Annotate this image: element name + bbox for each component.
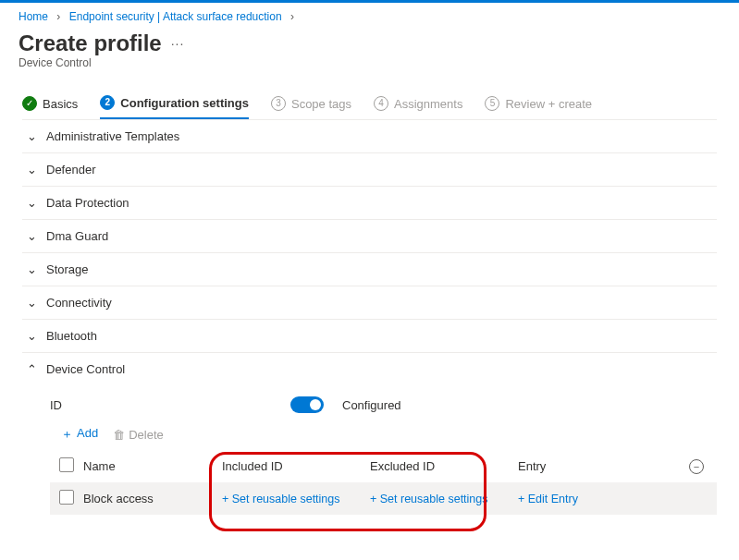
chevron-down-icon: ⌄ bbox=[26, 229, 37, 243]
section-label: Data Protection bbox=[46, 196, 129, 210]
section-label: Dma Guard bbox=[46, 229, 108, 243]
tab-scope-tags[interactable]: 3 Scope tags bbox=[271, 96, 351, 118]
col-entry: Entry bbox=[518, 459, 629, 473]
tab-label: Configuration settings bbox=[120, 96, 249, 110]
step-number-icon: 2 bbox=[100, 95, 115, 110]
col-included-id: Included ID bbox=[222, 459, 370, 473]
grid-row-block-access: Block access + Set reusable settings + S… bbox=[50, 482, 717, 515]
plus-icon: ＋ bbox=[61, 426, 73, 443]
chevron-down-icon: ⌄ bbox=[26, 196, 37, 210]
device-control-body: ID Configured ＋ Add 🗑 Delete Name Includ… bbox=[22, 385, 717, 515]
section-dma-guard[interactable]: ⌄ Dma Guard bbox=[22, 219, 717, 252]
tab-label: Assignments bbox=[394, 97, 462, 111]
section-storage[interactable]: ⌄ Storage bbox=[22, 252, 717, 286]
grid-header: Name Included ID Excluded ID Entry − bbox=[50, 450, 717, 482]
page-title: Create profile bbox=[18, 30, 162, 56]
page-subtitle: Device Control bbox=[0, 56, 739, 88]
section-label: Storage bbox=[46, 262, 89, 276]
remove-row-icon[interactable]: − bbox=[689, 459, 704, 474]
row-name: Block access bbox=[83, 492, 222, 505]
section-defender[interactable]: ⌄ Defender bbox=[22, 152, 717, 186]
row-checkbox[interactable] bbox=[59, 490, 74, 505]
set-reusable-included-button[interactable]: + Set reusable settings bbox=[222, 493, 370, 505]
section-label: Device Control bbox=[46, 362, 125, 376]
col-excluded-id: Excluded ID bbox=[370, 459, 518, 473]
section-label: Connectivity bbox=[46, 296, 112, 310]
breadcrumb-home[interactable]: Home bbox=[18, 10, 48, 23]
chevron-down-icon: ⌄ bbox=[26, 296, 37, 310]
chevron-right-icon: › bbox=[56, 10, 60, 23]
chevron-down-icon: ⌄ bbox=[26, 163, 37, 177]
chevron-right-icon: › bbox=[290, 10, 294, 23]
toggle-label: Configured bbox=[342, 398, 401, 412]
col-name: Name bbox=[83, 459, 222, 473]
chevron-down-icon: ⌄ bbox=[26, 129, 37, 143]
section-administrative-templates[interactable]: ⌄ Administrative Templates bbox=[22, 119, 717, 152]
tab-label: Scope tags bbox=[291, 97, 351, 111]
chevron-up-icon: ⌃ bbox=[26, 362, 37, 376]
set-reusable-excluded-button[interactable]: + Set reusable settings bbox=[370, 493, 518, 505]
add-label: Add bbox=[77, 426, 98, 443]
configured-toggle[interactable] bbox=[290, 396, 324, 413]
id-label: ID bbox=[50, 398, 272, 412]
step-number-icon: 5 bbox=[485, 96, 499, 111]
tab-assignments[interactable]: 4 Assignments bbox=[374, 96, 462, 118]
delete-label: Delete bbox=[129, 428, 164, 442]
add-button[interactable]: ＋ Add bbox=[61, 426, 98, 443]
step-number-icon: 4 bbox=[374, 96, 388, 111]
section-label: Administrative Templates bbox=[46, 129, 179, 143]
tab-label: Review + create bbox=[505, 97, 592, 111]
breadcrumb: Home › Endpoint security | Attack surfac… bbox=[0, 3, 739, 27]
section-device-control[interactable]: ⌃ Device Control bbox=[22, 352, 717, 385]
section-bluetooth[interactable]: ⌄ Bluetooth bbox=[22, 319, 717, 352]
tab-review-create[interactable]: 5 Review + create bbox=[485, 96, 592, 118]
trash-icon: 🗑 bbox=[113, 428, 125, 442]
delete-button: 🗑 Delete bbox=[113, 428, 164, 442]
check-icon: ✓ bbox=[22, 96, 37, 111]
edit-entry-button[interactable]: + Edit Entry bbox=[518, 493, 629, 505]
tab-basics[interactable]: ✓ Basics bbox=[22, 96, 78, 118]
more-actions-button[interactable]: ··· bbox=[171, 36, 185, 51]
section-label: Bluetooth bbox=[46, 329, 97, 343]
chevron-down-icon: ⌄ bbox=[26, 329, 37, 343]
breadcrumb-endpoint-security[interactable]: Endpoint security | Attack surface reduc… bbox=[69, 10, 282, 23]
wizard-tabs: ✓ Basics 2 Configuration settings 3 Scop… bbox=[0, 88, 739, 119]
select-all-checkbox[interactable] bbox=[59, 457, 74, 472]
tab-label: Basics bbox=[43, 97, 78, 111]
section-data-protection[interactable]: ⌄ Data Protection bbox=[22, 186, 717, 219]
step-number-icon: 3 bbox=[271, 96, 286, 111]
section-label: Defender bbox=[46, 163, 95, 177]
section-connectivity[interactable]: ⌄ Connectivity bbox=[22, 286, 717, 319]
chevron-down-icon: ⌄ bbox=[26, 262, 37, 276]
tab-configuration-settings[interactable]: 2 Configuration settings bbox=[100, 95, 249, 119]
id-grid: Name Included ID Excluded ID Entry − Blo… bbox=[50, 450, 717, 515]
